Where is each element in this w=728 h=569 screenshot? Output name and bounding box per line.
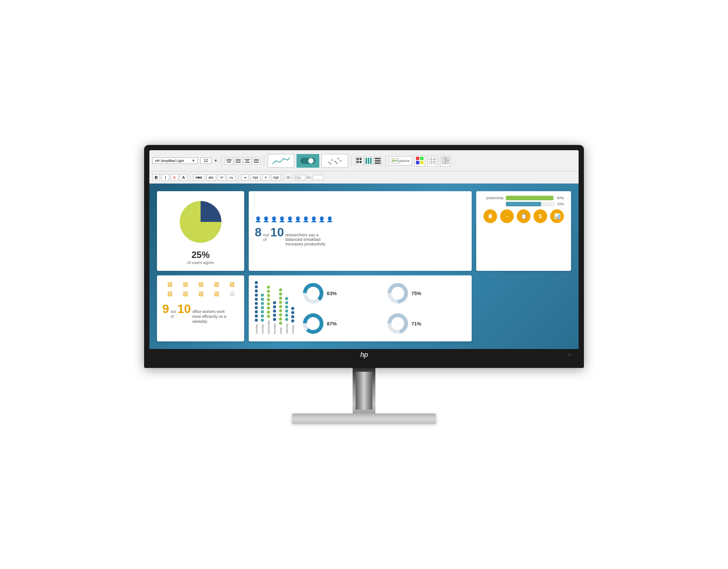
- svg-point-4: [334, 161, 336, 162]
- bar2-bg: [506, 202, 555, 206]
- svg-rect-22: [420, 157, 424, 160]
- pie-percent: 25%: [187, 250, 214, 260]
- grid-icon-2: [366, 158, 372, 164]
- donut-71-svg: [386, 312, 409, 335]
- width-icon: ↔: [291, 176, 294, 179]
- computer-icon-7: 🖥: [178, 290, 192, 298]
- table-btn[interactable]: [427, 155, 438, 167]
- dot: [273, 305, 276, 308]
- computer-icon-10: 🖥: [225, 290, 239, 298]
- scatter-chart-btn[interactable]: [322, 154, 348, 168]
- align-left-btn[interactable]: [225, 157, 233, 165]
- dot: [279, 313, 282, 316]
- color-grid-btn[interactable]: [414, 155, 425, 167]
- monitor-wrapper: HP Simplified Light ▼ 12 ▼: [136, 145, 592, 424]
- donut-75-label: 75%: [411, 291, 421, 296]
- indent-btn[interactable]: ⇥: [241, 174, 249, 181]
- svg-rect-9: [356, 158, 359, 160]
- dot-col-thursday: thursday: [273, 301, 276, 334]
- dot-col-monday: monday: [255, 281, 258, 334]
- power-led: [568, 353, 571, 356]
- dot: [273, 314, 276, 317]
- svg-rect-24: [420, 161, 424, 164]
- dollar-circle-btn[interactable]: $: [533, 209, 547, 223]
- abc-lower-btn[interactable]: abc: [206, 174, 217, 181]
- grid-icon-3: [375, 158, 381, 164]
- bar-chart-section: productivity 97% 72%: [481, 196, 566, 206]
- bold-btn[interactable]: B: [152, 174, 160, 181]
- width-input[interactable]: [295, 175, 306, 180]
- grid-btn-2[interactable]: [364, 157, 373, 165]
- italic-btn[interactable]: I: [162, 174, 169, 181]
- dot: [279, 309, 282, 312]
- dot: [261, 298, 264, 301]
- dot: [267, 302, 270, 305]
- dot: [273, 318, 276, 321]
- dot: [279, 297, 282, 300]
- computer-icon-1: 🖥: [162, 281, 176, 289]
- dot: [279, 292, 282, 296]
- picture-btn[interactable]: picture: [389, 156, 412, 165]
- sep-fmt-2: [238, 172, 238, 183]
- line-chart-btn[interactable]: [268, 154, 294, 168]
- clipboard-icon: 📋: [521, 213, 527, 219]
- superscript-btn[interactable]: A²: [218, 174, 226, 181]
- svg-point-8: [336, 162, 337, 164]
- clipboard-circle-btn[interactable]: 📋: [517, 209, 530, 223]
- dot-col-sunday: sunday: [291, 307, 294, 334]
- svg-rect-12: [359, 161, 362, 163]
- dot-chart: monday tuesday: [253, 280, 296, 337]
- grid-btn-3[interactable]: [373, 157, 382, 165]
- bar-row-2: 72%: [481, 202, 566, 206]
- donut-87-label: 87%: [327, 321, 337, 327]
- height-input[interactable]: [313, 175, 323, 180]
- gear-circle-btn[interactable]: [483, 209, 497, 223]
- align-center-btn[interactable]: [234, 157, 242, 165]
- text-color-btn-a2[interactable]: A: [180, 174, 187, 181]
- align-justify-btn[interactable]: [252, 157, 260, 165]
- dot: [285, 310, 288, 313]
- opt-btn-1[interactable]: Opt: [250, 174, 260, 181]
- dot: [261, 319, 264, 322]
- font-size-input[interactable]: 12: [200, 157, 212, 164]
- computer-icon-3: 🖥: [193, 281, 207, 289]
- donut-75-svg: [386, 282, 409, 305]
- person-4: 👤: [279, 216, 285, 222]
- text-color-btn-a1[interactable]: A: [171, 174, 178, 181]
- dot: [279, 305, 282, 308]
- day-label-monday: monday: [255, 324, 258, 334]
- computer-icon-5: 🖥: [225, 281, 239, 289]
- alignment-group: [225, 157, 260, 165]
- monitor-neck: [353, 368, 375, 413]
- layout-btn[interactable]: [440, 155, 451, 167]
- chart-circle-btn[interactable]: 📊: [550, 209, 564, 223]
- font-dropdown-arrow[interactable]: ▼: [191, 159, 195, 163]
- grid-btn-1[interactable]: [355, 157, 364, 165]
- subscript-btn[interactable]: A₂: [227, 174, 235, 181]
- dot-col-wednesday: wednesday: [267, 286, 270, 334]
- height-icon: ↕: [310, 176, 312, 179]
- svg-rect-11: [356, 161, 359, 163]
- dot: [267, 286, 270, 289]
- svg-rect-23: [416, 161, 419, 164]
- spacing-btn[interactable]: ≡: [262, 174, 270, 181]
- dot: [261, 310, 264, 313]
- toggle-btn[interactable]: [297, 154, 319, 168]
- svg-point-5: [337, 158, 339, 159]
- opt-btn-2[interactable]: Opt: [271, 174, 281, 181]
- dashboard-content: 25% of users agree 👤 👤 👤 👤 👤 👤 👤: [149, 184, 579, 349]
- computer-icons-grid: 🖥 🖥 🖥 🖥 🖥 🖥 🖥 🖥 🖥 🖥: [162, 281, 239, 298]
- svg-rect-10: [359, 158, 362, 160]
- dot: [255, 298, 258, 301]
- day-label-wednesday: wednesday: [267, 321, 270, 334]
- abc-upper-btn[interactable]: ABC: [193, 174, 205, 181]
- person-8: 👤: [311, 216, 317, 222]
- dot: [279, 318, 282, 321]
- arrow-circle-btn[interactable]: →: [500, 209, 514, 223]
- donut-71-label: 71%: [411, 321, 421, 327]
- font-selector[interactable]: HP Simplified Light ▼: [152, 157, 198, 164]
- dot: [285, 305, 288, 308]
- align-right-btn[interactable]: [243, 157, 251, 165]
- researchers-out-label: outof: [263, 233, 269, 242]
- font-size-arrow[interactable]: ▼: [214, 159, 218, 163]
